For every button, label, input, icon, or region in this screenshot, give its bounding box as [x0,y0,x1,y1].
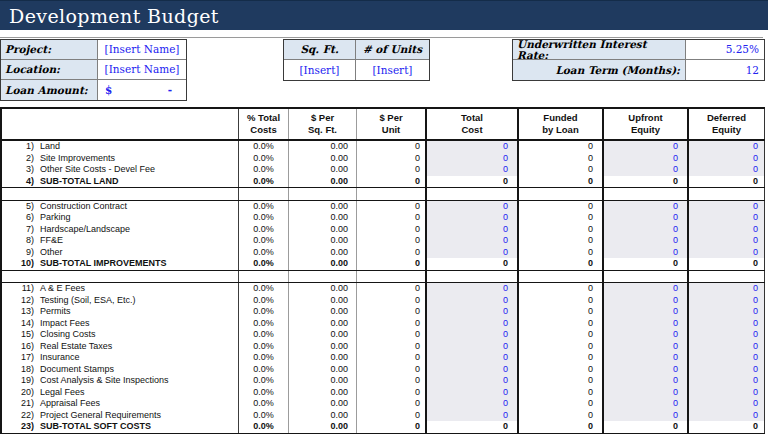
cell-pct-total-costs[interactable]: 0.0% [239,398,289,410]
cell-per-unit[interactable]: 0 [357,387,427,399]
cell-pct-total-costs[interactable]: 0.0% [239,318,289,330]
cell-per-unit[interactable]: 0 [357,164,427,176]
cell-funded-by-loan[interactable]: 0 [519,364,604,376]
cell-deferred-equity[interactable]: 0 [689,352,765,364]
cell-upfront-equity[interactable]: 0 [604,176,689,188]
cell-deferred-equity[interactable]: 0 [689,364,765,376]
cell-funded-by-loan[interactable]: 0 [519,212,604,224]
cell-upfront-equity[interactable]: 0 [604,247,689,259]
cell-total-cost[interactable]: 0 [427,364,519,376]
cell-funded-by-loan[interactable]: 0 [519,247,604,259]
cell-upfront-equity[interactable]: 0 [604,398,689,410]
cell-pct-total-costs[interactable]: 0.0% [239,295,289,307]
sqft-input[interactable]: [Insert] [284,60,356,80]
cell-pct-total-costs[interactable]: 0.0% [239,410,289,422]
cell-deferred-equity[interactable]: 0 [689,329,765,341]
cell-pct-total-costs[interactable]: 0.0% [239,235,289,247]
cell-upfront-equity[interactable]: 0 [604,306,689,318]
cell-total-cost[interactable]: 0 [427,164,519,176]
cell-funded-by-loan[interactable]: 0 [519,153,604,165]
loan-amount-input[interactable]: $ - [98,80,186,100]
cell-per-sqft[interactable]: 0.00 [289,235,357,247]
cell-upfront-equity[interactable]: 0 [604,352,689,364]
cell-deferred-equity[interactable]: 0 [689,295,765,307]
cell-pct-total-costs[interactable]: 0.0% [239,329,289,341]
cell-per-unit[interactable]: 0 [357,375,427,387]
cell-pct-total-costs[interactable]: 0.0% [239,306,289,318]
cell-upfront-equity[interactable]: 0 [604,141,689,153]
cell-total-cost[interactable]: 0 [427,329,519,341]
cell-deferred-equity[interactable]: 0 [689,153,765,165]
cell-funded-by-loan[interactable]: 0 [519,341,604,353]
cell-per-sqft[interactable]: 0.00 [289,306,357,318]
cell-per-unit[interactable]: 0 [357,258,427,270]
cell-total-cost[interactable]: 0 [427,247,519,259]
cell-per-unit[interactable]: 0 [357,224,427,236]
cell-per-unit[interactable]: 0 [357,235,427,247]
cell-deferred-equity[interactable]: 0 [689,341,765,353]
cell-deferred-equity[interactable]: 0 [689,201,765,213]
cell-total-cost[interactable]: 0 [427,306,519,318]
cell-deferred-equity[interactable]: 0 [689,375,765,387]
cell-funded-by-loan[interactable]: 0 [519,318,604,330]
cell-total-cost[interactable]: 0 [427,176,519,188]
cell-total-cost[interactable]: 0 [427,283,519,295]
cell-total-cost[interactable]: 0 [427,224,519,236]
cell-pct-total-costs[interactable]: 0.0% [239,201,289,213]
cell-deferred-equity[interactable]: 0 [689,224,765,236]
cell-per-sqft[interactable]: 0.00 [289,398,357,410]
cell-per-unit[interactable]: 0 [357,329,427,341]
cell-funded-by-loan[interactable]: 0 [519,141,604,153]
project-input[interactable]: [Insert Name] [98,40,186,60]
cell-per-sqft[interactable]: 0.00 [289,258,357,270]
cell-upfront-equity[interactable]: 0 [604,421,689,433]
cell-pct-total-costs[interactable]: 0.0% [239,352,289,364]
cell-funded-by-loan[interactable]: 0 [519,398,604,410]
cell-pct-total-costs[interactable]: 0.0% [239,258,289,270]
cell-per-unit[interactable]: 0 [357,318,427,330]
cell-pct-total-costs[interactable]: 0.0% [239,212,289,224]
cell-per-unit[interactable]: 0 [357,153,427,165]
cell-per-sqft[interactable]: 0.00 [289,364,357,376]
cell-deferred-equity[interactable]: 0 [689,410,765,422]
cell-per-sqft[interactable]: 0.00 [289,421,357,433]
cell-per-sqft[interactable]: 0.00 [289,176,357,188]
cell-funded-by-loan[interactable]: 0 [519,421,604,433]
cell-deferred-equity[interactable]: 0 [689,176,765,188]
cell-upfront-equity[interactable]: 0 [604,258,689,270]
cell-upfront-equity[interactable]: 0 [604,387,689,399]
cell-total-cost[interactable]: 0 [427,153,519,165]
cell-funded-by-loan[interactable]: 0 [519,258,604,270]
cell-total-cost[interactable]: 0 [427,341,519,353]
cell-per-sqft[interactable]: 0.00 [289,283,357,295]
cell-funded-by-loan[interactable]: 0 [519,164,604,176]
cell-upfront-equity[interactable]: 0 [604,153,689,165]
cell-per-unit[interactable]: 0 [357,176,427,188]
cell-deferred-equity[interactable]: 0 [689,212,765,224]
cell-upfront-equity[interactable]: 0 [604,375,689,387]
cell-per-unit[interactable]: 0 [357,306,427,318]
cell-pct-total-costs[interactable]: 0.0% [239,364,289,376]
cell-funded-by-loan[interactable]: 0 [519,410,604,422]
cell-deferred-equity[interactable]: 0 [689,283,765,295]
cell-per-sqft[interactable]: 0.00 [289,352,357,364]
units-input[interactable]: [Insert] [356,60,429,80]
cell-funded-by-loan[interactable]: 0 [519,352,604,364]
cell-per-sqft[interactable]: 0.00 [289,153,357,165]
cell-upfront-equity[interactable]: 0 [604,283,689,295]
cell-per-sqft[interactable]: 0.00 [289,318,357,330]
loan-term-input[interactable]: 12 [686,60,764,80]
cell-per-unit[interactable]: 0 [357,247,427,259]
cell-total-cost[interactable]: 0 [427,201,519,213]
cell-upfront-equity[interactable]: 0 [604,318,689,330]
cell-funded-by-loan[interactable]: 0 [519,283,604,295]
location-input[interactable]: [Insert Name] [98,60,186,80]
cell-per-unit[interactable]: 0 [357,201,427,213]
cell-upfront-equity[interactable]: 0 [604,212,689,224]
cell-deferred-equity[interactable]: 0 [689,318,765,330]
cell-per-sqft[interactable]: 0.00 [289,375,357,387]
cell-funded-by-loan[interactable]: 0 [519,235,604,247]
interest-rate-input[interactable]: 5.25% [686,40,764,60]
cell-upfront-equity[interactable]: 0 [604,235,689,247]
cell-per-unit[interactable]: 0 [357,421,427,433]
